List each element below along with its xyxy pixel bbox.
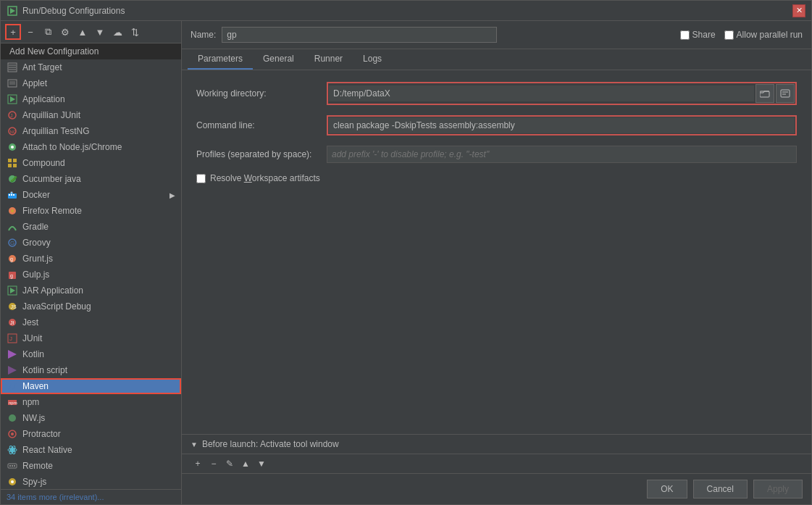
svg-point-50 <box>11 433 14 435</box>
tab-logs[interactable]: Logs <box>353 49 392 70</box>
move-down-button[interactable]: ▼ <box>92 24 108 40</box>
list-item[interactable]: J Arquillian JUnit <box>1 107 181 123</box>
command-line-input[interactable] <box>329 117 795 133</box>
list-item[interactable]: Protractor <box>1 426 181 442</box>
working-directory-row: Working directory: <box>196 82 797 105</box>
gruntjs-icon: g <box>7 253 18 264</box>
before-launch-header[interactable]: ▼ Before launch: Activate tool window <box>182 435 811 454</box>
before-launch-arrow-icon: ▼ <box>191 441 198 448</box>
close-button[interactable]: ✕ <box>792 4 805 17</box>
list-item[interactable]: NG Arquillian TestNG <box>1 123 181 139</box>
maven-list-item[interactable]: // Maven <box>1 378 181 394</box>
cloud-button[interactable]: ☁ <box>109 24 125 40</box>
attach-node-icon <box>7 141 18 153</box>
firefox-remote-label: Firefox Remote <box>22 206 82 216</box>
svg-rect-19 <box>13 164 17 167</box>
before-launch-down-btn[interactable]: ▼ <box>254 456 269 471</box>
share-checkbox-label: Share <box>680 30 716 40</box>
working-directory-folder-btn[interactable] <box>756 84 774 103</box>
apply-button[interactable]: Apply <box>753 480 803 498</box>
working-directory-input-wrap <box>327 82 797 105</box>
command-line-row: Command line: <box>196 115 797 135</box>
svg-text:J: J <box>9 335 12 342</box>
working-directory-input[interactable] <box>329 85 754 101</box>
more-items-link[interactable]: 34 items more (irrelevant)... <box>1 489 181 504</box>
add-config-menu-item[interactable]: Add New Configuration <box>1 43 181 59</box>
svg-marker-43 <box>8 350 17 359</box>
attach-node-label: Attach to Node.js/Chrome <box>22 142 122 152</box>
resolve-workspace-checkbox[interactable] <box>196 174 206 183</box>
list-item[interactable]: g Gulp.js <box>1 267 181 283</box>
js-debug-label: JavaScript Debug <box>22 301 91 312</box>
list-item[interactable]: Kotlin <box>1 346 181 362</box>
settings-config-button[interactable]: ⚙ <box>57 24 73 40</box>
docker-arrow: ▶ <box>169 191 175 199</box>
sidebar: + − ⧉ ⚙ ▲ ▼ ☁ ⇅ Add New Configuration <box>1 21 182 504</box>
tab-parameters[interactable]: Parameters <box>188 49 253 70</box>
working-directory-macro-btn[interactable] <box>776 84 795 103</box>
arquillian-junit-icon: J <box>7 109 18 121</box>
list-item[interactable]: npm npm <box>1 394 181 410</box>
config-list[interactable]: Ant Target Applet Application <box>1 59 181 489</box>
main-window: Run/Debug Configurations ✕ + − ⧉ ⚙ ▲ ▼ ☁… <box>0 0 812 505</box>
list-item[interactable]: JS JavaScript Debug <box>1 299 181 314</box>
move-up-button[interactable]: ▲ <box>75 24 91 40</box>
list-item[interactable]: Firefox Remote <box>1 203 181 219</box>
maven-label: Maven <box>22 381 49 391</box>
footer: OK Cancel Apply <box>182 473 811 504</box>
application-icon <box>7 93 18 105</box>
list-item[interactable]: G Groovy <box>1 235 181 251</box>
list-item[interactable]: Kotlin script <box>1 362 181 378</box>
list-item[interactable]: Applet <box>1 75 181 91</box>
svg-point-28 <box>11 209 14 212</box>
list-item[interactable]: NW.js <box>1 410 181 426</box>
svg-text:NG: NG <box>10 130 17 134</box>
list-item[interactable]: 🥒 Cucumber java <box>1 171 181 187</box>
list-item[interactable]: Gradle <box>1 219 181 235</box>
content-area: + − ⧉ ⚙ ▲ ▼ ☁ ⇅ Add New Configuration <box>1 21 811 504</box>
add-config-button[interactable]: + <box>5 24 21 40</box>
list-item[interactable]: J JUnit <box>1 330 181 346</box>
react-native-icon <box>7 444 18 456</box>
tab-general[interactable]: General <box>253 49 304 70</box>
before-launch-add-btn[interactable]: + <box>191 456 205 471</box>
share-checkbox[interactable] <box>680 30 690 40</box>
share-sort-button[interactable]: ⇅ <box>127 24 143 40</box>
tab-runner[interactable]: Runner <box>304 49 353 70</box>
list-item[interactable]: Ant Target <box>1 59 181 75</box>
parallel-checkbox[interactable] <box>724 30 734 40</box>
list-item[interactable]: g Grunt.js <box>1 251 181 267</box>
list-item[interactable]: JAR Application <box>1 283 181 299</box>
list-item[interactable]: Spy-js <box>1 474 181 489</box>
resolve-workspace-row: Resolve Workspace artifacts <box>196 173 797 183</box>
svg-marker-44 <box>8 366 17 375</box>
list-item[interactable]: React Native <box>1 442 181 458</box>
list-item[interactable]: Attach to Node.js/Chrome <box>1 139 181 155</box>
ok-button[interactable]: OK <box>647 480 687 498</box>
tab-bar: Parameters General Runner Logs <box>182 49 811 70</box>
svg-text:🥒: 🥒 <box>10 175 17 183</box>
remove-config-button[interactable]: − <box>22 24 38 40</box>
jest-icon: Jt <box>7 317 18 328</box>
svg-marker-9 <box>10 96 15 102</box>
list-item[interactable]: Application <box>1 91 181 107</box>
svg-marker-36 <box>10 288 15 293</box>
name-bar: Name: Share Allow parallel run <box>182 21 811 49</box>
list-item[interactable]: Jt Jest <box>1 314 181 330</box>
before-launch-toolbar: + − ✎ ▲ ▼ <box>182 454 811 473</box>
profiles-input[interactable] <box>327 146 797 163</box>
svg-rect-23 <box>9 194 10 196</box>
copy-config-button[interactable]: ⧉ <box>40 24 56 40</box>
list-item[interactable]: Compound <box>1 155 181 171</box>
before-launch-remove-btn[interactable]: − <box>206 456 221 471</box>
name-input[interactable] <box>222 27 497 43</box>
before-launch-up-btn[interactable]: ▲ <box>238 456 253 471</box>
list-item[interactable]: Remote <box>1 458 181 474</box>
applet-icon <box>7 78 18 89</box>
cancel-button[interactable]: Cancel <box>693 480 748 498</box>
working-directory-label: Working directory: <box>196 88 327 99</box>
cucumber-label: Cucumber java <box>22 174 81 184</box>
before-launch-edit-btn[interactable]: ✎ <box>222 456 237 471</box>
list-item[interactable]: Docker ▶ <box>1 187 181 203</box>
docker-label: Docker <box>22 190 50 200</box>
